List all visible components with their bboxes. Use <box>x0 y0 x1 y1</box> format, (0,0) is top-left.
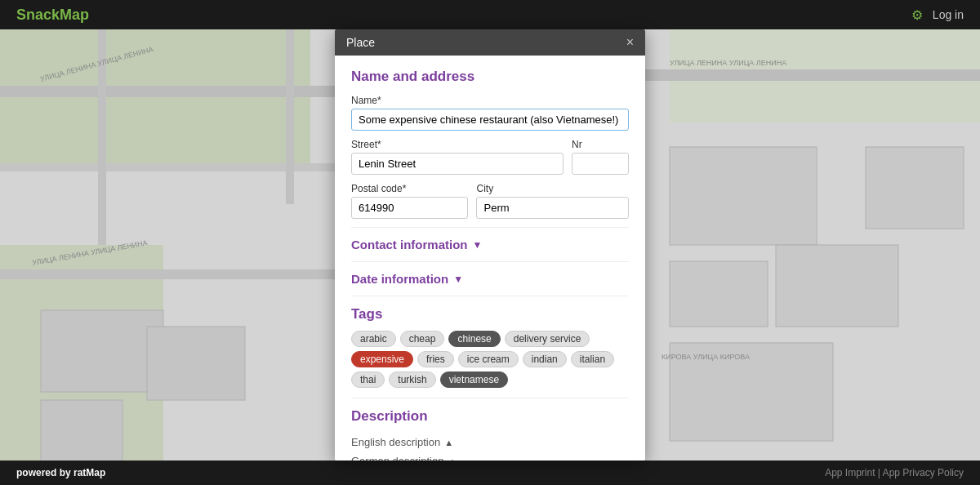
postal-input[interactable] <box>351 197 468 219</box>
desc-arrow: ▲ <box>448 456 457 461</box>
desc-label: English description <box>351 436 440 448</box>
postal-label: Postal code* <box>351 183 468 194</box>
contact-info-header: Contact information ▼ <box>351 238 629 251</box>
postal-city-row: Postal code* City <box>351 183 629 219</box>
tag-item[interactable]: turkish <box>389 372 435 388</box>
contact-info-heading: Contact information <box>351 238 468 251</box>
tag-item[interactable]: arabic <box>351 331 396 347</box>
city-field-group: City <box>476 183 629 219</box>
name-label: Name* <box>351 95 629 106</box>
description-item[interactable]: English description ▲ <box>351 433 629 452</box>
modal-body: Name and address Name* Street* Nr Postal… <box>335 56 645 461</box>
name-field-group: Name* <box>351 95 629 131</box>
name-input[interactable] <box>351 109 629 131</box>
contact-info-section[interactable]: Contact information ▼ <box>351 227 629 261</box>
tag-item[interactable]: vietnamese <box>440 372 508 388</box>
contact-info-arrow: ▼ <box>473 239 483 251</box>
date-info-section[interactable]: Date information ▼ <box>351 261 629 296</box>
date-info-header: Date information ▼ <box>351 272 629 286</box>
description-item[interactable]: German description ▲ <box>351 452 629 461</box>
date-info-arrow: ▼ <box>453 274 463 285</box>
tag-item[interactable]: expensive <box>351 351 413 367</box>
desc-label: German description <box>351 455 443 461</box>
modal-overlay: Place × Name and address Name* Street* N… <box>0 0 980 485</box>
description-section: Description English description ▲German … <box>351 398 629 461</box>
description-items: English description ▲German description … <box>351 433 629 461</box>
modal-title: Place <box>346 36 375 49</box>
city-label: City <box>476 183 629 194</box>
street-label: Street* <box>351 139 564 150</box>
modal-header: Place × <box>335 29 645 56</box>
tag-item[interactable]: indian <box>523 351 567 367</box>
tag-item[interactable]: ice cream <box>458 351 519 367</box>
nr-label: Nr <box>572 139 629 150</box>
street-field-group: Street* <box>351 139 564 175</box>
nr-input[interactable] <box>572 153 629 175</box>
street-input[interactable] <box>351 153 564 175</box>
nr-field-group: Nr <box>572 139 629 175</box>
tag-item[interactable]: delivery service <box>505 331 590 347</box>
close-button[interactable]: × <box>626 36 634 49</box>
street-row: Street* Nr <box>351 139 629 175</box>
date-info-heading: Date information <box>351 272 448 286</box>
tag-item[interactable]: cheap <box>400 331 445 347</box>
tag-item[interactable]: fries <box>417 351 454 367</box>
description-heading: Description <box>351 408 629 425</box>
tag-item[interactable]: italian <box>571 351 614 367</box>
city-input[interactable] <box>476 197 629 219</box>
desc-arrow: ▲ <box>444 438 453 447</box>
tag-item[interactable]: chinese <box>448 331 500 347</box>
name-address-heading: Name and address <box>351 69 629 85</box>
tags-section: Tags arabiccheapchinesedelivery servicee… <box>351 296 629 398</box>
place-modal: Place × Name and address Name* Street* N… <box>335 29 645 461</box>
postal-field-group: Postal code* <box>351 183 468 219</box>
tags-container: arabiccheapchinesedelivery serviceexpens… <box>351 331 629 388</box>
tag-item[interactable]: thai <box>351 372 385 388</box>
tags-heading: Tags <box>351 306 629 323</box>
